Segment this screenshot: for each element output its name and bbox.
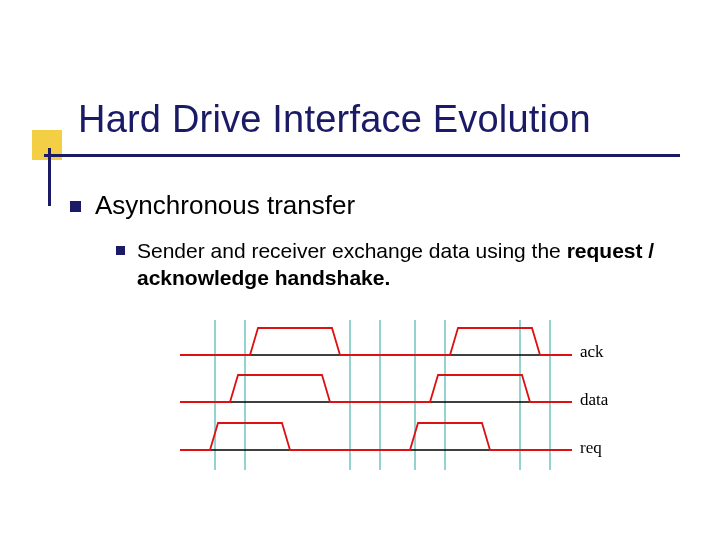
label-data: data [580,390,608,410]
bullet2-text: Sender and receiver exchange data using … [137,237,700,292]
bullet-level2: Sender and receiver exchange data using … [116,237,700,292]
slide: Hard Drive Interface Evolution Asynchron… [0,0,720,540]
label-ack: ack [580,342,604,362]
page-title: Hard Drive Interface Evolution [78,98,591,141]
bullet-list: Asynchronous transfer Sender and receive… [70,190,700,292]
timing-svg [180,320,575,470]
title-underline [44,154,680,157]
timing-diagram: ack data req [180,320,600,480]
label-req: req [580,438,602,458]
bullet-square-icon [70,201,81,212]
title-sidebar [48,148,51,206]
bullet-level1: Asynchronous transfer [70,190,700,221]
bullet-square-icon [116,246,125,255]
bullet2-prefix: Sender and receiver exchange data using … [137,239,567,262]
bullet1-text: Asynchronous transfer [95,190,355,221]
